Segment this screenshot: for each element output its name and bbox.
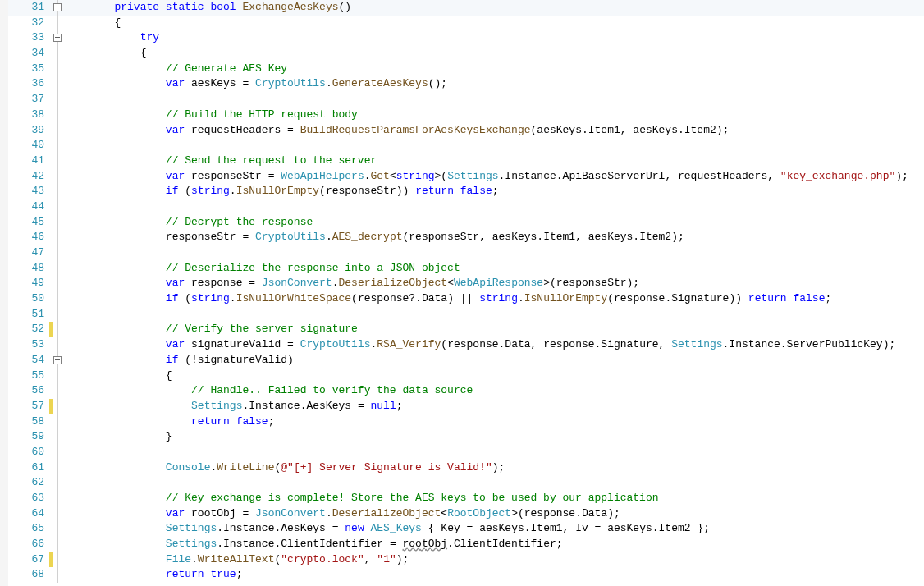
code-content[interactable]: Settings.Instance.AesKeys = null; [63, 399, 924, 414]
text-token: , [364, 553, 377, 565]
text-token: < [447, 277, 454, 289]
code-content[interactable]: // Verify the server signature [63, 322, 924, 337]
code-content[interactable]: // Build the HTTP request body [63, 108, 924, 123]
code-content[interactable]: } [63, 429, 924, 445]
code-content[interactable]: if (string.IsNullOrEmpty(responseStr)) r… [63, 184, 924, 199]
code-line[interactable]: 46 responseStr = CryptoUtils.AES_decrypt… [8, 230, 924, 245]
type-token: JsonConvert [262, 277, 332, 289]
code-content[interactable]: { [63, 46, 924, 62]
code-line[interactable]: 62 [8, 475, 924, 491]
code-content[interactable]: var response = JsonConvert.DeserializeOb… [63, 276, 924, 291]
code-content[interactable] [63, 138, 924, 153]
left-margin [0, 0, 8, 586]
code-content[interactable]: // Deserialize the response into a JSON … [63, 261, 924, 277]
code-line[interactable]: 63 // Key exchange is complete! Store th… [8, 491, 924, 506]
keyword-token: if [166, 354, 179, 366]
code-line[interactable]: 37 [8, 92, 924, 108]
code-line[interactable]: 34 { [8, 46, 924, 62]
text-token: .ClientIdentifier; [447, 538, 562, 550]
code-line[interactable]: 61 Console.WriteLine(@"[+] Server Signat… [8, 460, 924, 476]
code-line[interactable]: 67 File.WriteAllText("crypto.lock", "1")… [8, 552, 924, 568]
code-content[interactable]: { [63, 16, 924, 31]
code-content[interactable]: var responseStr = WebApiHelpers.Get<stri… [63, 169, 924, 185]
code-line[interactable]: 45 // Decrypt the response [8, 215, 924, 231]
code-content[interactable] [63, 445, 924, 460]
code-line[interactable]: 56 // Handle.. Failed to verify the data… [8, 383, 924, 399]
code-content[interactable]: // Handle.. Failed to verify the data so… [63, 383, 924, 399]
code-line[interactable]: 53 var signatureValid = CryptoUtils.RSA_… [8, 337, 924, 353]
fold-gutter[interactable] [53, 0, 63, 16]
code-content[interactable]: return false; [63, 414, 924, 430]
fold-toggle-icon[interactable] [53, 356, 62, 364]
code-content[interactable]: return true; [63, 567, 924, 583]
code-line[interactable]: 59 } [8, 429, 924, 445]
keyword-token: static [166, 1, 204, 13]
code-content[interactable] [63, 199, 924, 215]
fold-gutter [53, 337, 63, 353]
code-content[interactable]: // Key exchange is complete! Store the A… [63, 491, 924, 506]
code-line[interactable]: 47 [8, 245, 924, 261]
line-number: 43 [8, 184, 49, 199]
fold-gutter[interactable] [53, 30, 63, 46]
code-line[interactable]: 55 { [8, 369, 924, 384]
keyword-token: var [166, 77, 185, 89]
text-token: { [140, 47, 147, 59]
code-content[interactable]: var signatureValid = CryptoUtils.RSA_Ver… [63, 337, 924, 353]
code-content[interactable]: Console.WriteLine(@"[+] Server Signature… [63, 460, 924, 476]
code-line[interactable]: 44 [8, 199, 924, 215]
code-content[interactable]: Settings.Instance.ClientIdentifier = roo… [63, 537, 924, 552]
keyword-token: private [114, 1, 159, 13]
code-content[interactable]: var rootObj = JsonConvert.DeserializeObj… [63, 506, 924, 522]
code-content[interactable]: File.WriteAllText("crypto.lock", "1"); [63, 552, 924, 568]
code-line[interactable]: 60 [8, 445, 924, 460]
code-line[interactable]: 49 var response = JsonConvert.Deserializ… [8, 276, 924, 291]
code-content[interactable]: var aesKeys = CryptoUtils.GenerateAesKey… [63, 76, 924, 92]
code-line[interactable]: 42 var responseStr = WebApiHelpers.Get<s… [8, 169, 924, 185]
code-content[interactable] [63, 245, 924, 261]
code-line[interactable]: 35 // Generate AES Key [8, 62, 924, 77]
code-content[interactable]: // Send the request to the server [63, 153, 924, 169]
code-line[interactable]: 58 return false; [8, 414, 924, 430]
code-content[interactable]: // Generate AES Key [63, 62, 924, 77]
string-token: @"[+] Server Signature is Valid!" [281, 461, 492, 474]
code-line[interactable]: 68 return true; [8, 567, 924, 583]
code-content[interactable]: // Decrypt the response [63, 215, 924, 231]
code-line[interactable]: 32 { [8, 16, 924, 31]
fold-gutter [53, 399, 63, 414]
line-number: 64 [8, 506, 49, 522]
line-number: 34 [8, 46, 49, 62]
code-line[interactable]: 52 // Verify the server signature [8, 322, 924, 337]
code-content[interactable]: private static bool ExchangeAesKeys() [63, 0, 924, 16]
fold-gutter[interactable] [53, 353, 63, 369]
code-line[interactable]: 40 [8, 138, 924, 153]
code-content[interactable] [63, 307, 924, 323]
fold-gutter [53, 153, 63, 169]
code-content[interactable] [63, 475, 924, 491]
code-line[interactable]: 48 // Deserialize the response into a JS… [8, 261, 924, 277]
code-line[interactable]: 43 if (string.IsNullOrEmpty(responseStr)… [8, 184, 924, 199]
code-line[interactable]: 65 Settings.Instance.AesKeys = new AES_K… [8, 521, 924, 537]
code-line[interactable]: 33 try [8, 30, 924, 46]
code-line[interactable]: 54 if (!signatureValid) [8, 353, 924, 369]
fold-toggle-icon[interactable] [53, 34, 62, 42]
code-content[interactable]: if (string.IsNullOrWhiteSpace(response?.… [63, 291, 924, 307]
code-content[interactable]: Settings.Instance.AesKeys = new AES_Keys… [63, 521, 924, 537]
code-line[interactable]: 64 var rootObj = JsonConvert.Deserialize… [8, 506, 924, 522]
code-content[interactable]: try [63, 30, 924, 46]
code-line[interactable]: 50 if (string.IsNullOrWhiteSpace(respons… [8, 291, 924, 307]
code-line[interactable]: 36 var aesKeys = CryptoUtils.GenerateAes… [8, 76, 924, 92]
code-line[interactable]: 66 Settings.Instance.ClientIdentifier = … [8, 537, 924, 552]
code-editor[interactable]: 2 references 31 private static bool Exch… [0, 0, 924, 586]
code-line[interactable]: 51 [8, 307, 924, 323]
code-content[interactable]: responseStr = CryptoUtils.AES_decrypt(re… [63, 230, 924, 245]
code-line[interactable]: 38 // Build the HTTP request body [8, 108, 924, 123]
code-content[interactable] [63, 92, 924, 108]
code-line[interactable]: 41 // Send the request to the server [8, 153, 924, 169]
code-line[interactable]: 31 private static bool ExchangeAesKeys() [8, 0, 924, 16]
fold-toggle-icon[interactable] [53, 3, 62, 11]
code-line[interactable]: 57 Settings.Instance.AesKeys = null; [8, 399, 924, 414]
code-content[interactable]: if (!signatureValid) [63, 353, 924, 369]
code-content[interactable]: { [63, 369, 924, 384]
code-line[interactable]: 39 var requestHeaders = BuildRequestPara… [8, 123, 924, 139]
code-content[interactable]: var requestHeaders = BuildRequestParamsF… [63, 123, 924, 139]
